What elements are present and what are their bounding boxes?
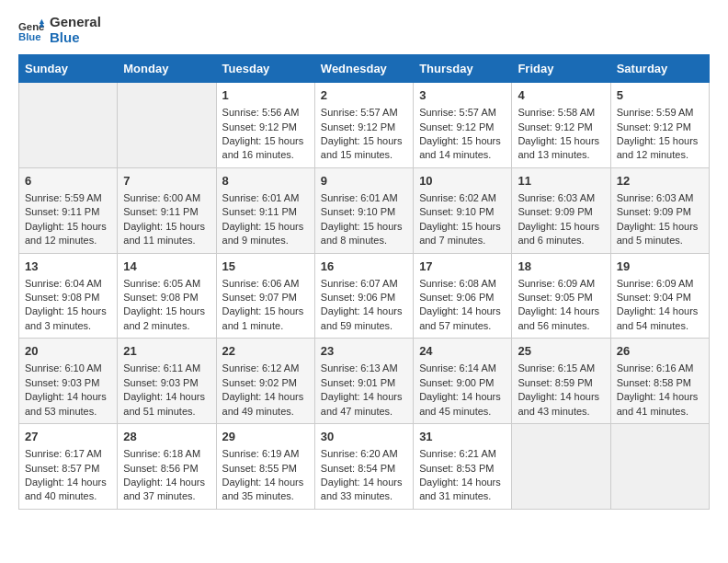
sunset-text: Sunset: 9:08 PM bbox=[25, 291, 111, 304]
sunrise-text: Sunrise: 5:59 AM bbox=[617, 106, 703, 120]
day-number: 30 bbox=[321, 429, 407, 445]
sunrise-text: Sunrise: 6:18 AM bbox=[123, 447, 210, 461]
calendar-cell: 18Sunrise: 6:09 AMSunset: 9:05 PMDayligh… bbox=[512, 253, 610, 339]
sunrise-text: Sunrise: 6:10 AM bbox=[25, 362, 111, 375]
day-number: 20 bbox=[25, 343, 111, 360]
calendar-cell: 1Sunrise: 5:56 AMSunset: 9:12 PMDaylight… bbox=[216, 83, 314, 168]
calendar-cell: 13Sunrise: 6:04 AMSunset: 9:08 PMDayligh… bbox=[19, 253, 118, 339]
day-number: 26 bbox=[617, 343, 703, 360]
day-number: 16 bbox=[321, 259, 407, 275]
sunset-text: Sunset: 9:11 PM bbox=[123, 205, 210, 219]
calendar-cell: 30Sunrise: 6:20 AMSunset: 8:54 PMDayligh… bbox=[314, 424, 413, 510]
sunset-text: Sunset: 9:11 PM bbox=[25, 205, 111, 219]
calendar-cell bbox=[19, 83, 118, 168]
calendar-cell: 24Sunrise: 6:14 AMSunset: 9:00 PMDayligh… bbox=[414, 339, 512, 424]
daylight-text: Daylight: 14 hours and 56 minutes. bbox=[518, 304, 604, 333]
sunset-text: Sunset: 8:58 PM bbox=[617, 376, 703, 390]
header-day-thursday: Thursday bbox=[414, 55, 512, 83]
daylight-text: Daylight: 15 hours and 3 minutes. bbox=[25, 304, 111, 333]
sunset-text: Sunset: 8:57 PM bbox=[25, 462, 111, 476]
week-row-2: 13Sunrise: 6:04 AMSunset: 9:08 PMDayligh… bbox=[19, 253, 710, 339]
calendar-cell: 25Sunrise: 6:15 AMSunset: 8:59 PMDayligh… bbox=[512, 339, 610, 424]
sunset-text: Sunset: 9:01 PM bbox=[321, 376, 407, 390]
header-row: SundayMondayTuesdayWednesdayThursdayFrid… bbox=[19, 55, 710, 83]
calendar-cell: 2Sunrise: 5:57 AMSunset: 9:12 PMDaylight… bbox=[314, 83, 413, 168]
day-number: 28 bbox=[123, 429, 210, 445]
sunset-text: Sunset: 9:04 PM bbox=[617, 291, 703, 304]
daylight-text: Daylight: 15 hours and 14 minutes. bbox=[419, 134, 506, 163]
calendar-cell: 31Sunrise: 6:21 AMSunset: 8:53 PMDayligh… bbox=[414, 424, 512, 510]
daylight-text: Daylight: 15 hours and 7 minutes. bbox=[419, 220, 506, 248]
week-row-1: 6Sunrise: 5:59 AMSunset: 9:11 PMDaylight… bbox=[19, 167, 710, 253]
daylight-text: Daylight: 15 hours and 15 minutes. bbox=[321, 134, 407, 163]
calendar-cell: 16Sunrise: 6:07 AMSunset: 9:06 PMDayligh… bbox=[314, 253, 413, 339]
sunrise-text: Sunrise: 6:05 AM bbox=[123, 277, 210, 291]
daylight-text: Daylight: 14 hours and 43 minutes. bbox=[518, 390, 604, 419]
sunrise-text: Sunrise: 6:13 AM bbox=[321, 362, 407, 375]
calendar-cell: 10Sunrise: 6:02 AMSunset: 9:10 PMDayligh… bbox=[414, 167, 512, 253]
sunset-text: Sunset: 9:03 PM bbox=[123, 376, 210, 390]
sunset-text: Sunset: 9:12 PM bbox=[419, 121, 506, 134]
calendar-cell: 8Sunrise: 6:01 AMSunset: 9:11 PMDaylight… bbox=[216, 167, 314, 253]
day-number: 9 bbox=[321, 173, 407, 190]
sunset-text: Sunset: 8:56 PM bbox=[123, 462, 210, 476]
sunrise-text: Sunrise: 6:17 AM bbox=[25, 447, 111, 461]
calendar-cell: 6Sunrise: 5:59 AMSunset: 9:11 PMDaylight… bbox=[19, 167, 118, 253]
daylight-text: Daylight: 14 hours and 54 minutes. bbox=[617, 304, 703, 333]
sunset-text: Sunset: 9:08 PM bbox=[123, 291, 210, 304]
logo-text-general: General bbox=[50, 15, 101, 30]
day-number: 3 bbox=[419, 87, 506, 104]
calendar-cell: 15Sunrise: 6:06 AMSunset: 9:07 PMDayligh… bbox=[216, 253, 314, 339]
sunset-text: Sunset: 9:12 PM bbox=[617, 121, 703, 134]
sunrise-text: Sunrise: 6:03 AM bbox=[518, 191, 604, 205]
sunset-text: Sunset: 8:53 PM bbox=[419, 462, 506, 476]
header-day-friday: Friday bbox=[512, 55, 610, 83]
sunset-text: Sunset: 9:09 PM bbox=[617, 205, 703, 219]
header-day-wednesday: Wednesday bbox=[314, 55, 413, 83]
sunset-text: Sunset: 9:03 PM bbox=[25, 376, 111, 390]
daylight-text: Daylight: 15 hours and 1 minute. bbox=[222, 304, 309, 333]
daylight-text: Daylight: 14 hours and 33 minutes. bbox=[321, 476, 407, 504]
calendar-cell bbox=[512, 424, 610, 510]
daylight-text: Daylight: 14 hours and 49 minutes. bbox=[222, 390, 309, 419]
day-number: 13 bbox=[25, 259, 111, 275]
day-number: 19 bbox=[617, 259, 703, 275]
sunrise-text: Sunrise: 6:04 AM bbox=[25, 277, 111, 291]
calendar-cell: 5Sunrise: 5:59 AMSunset: 9:12 PMDaylight… bbox=[610, 83, 709, 168]
day-number: 27 bbox=[25, 429, 111, 445]
daylight-text: Daylight: 14 hours and 35 minutes. bbox=[222, 476, 309, 504]
daylight-text: Daylight: 14 hours and 51 minutes. bbox=[123, 390, 210, 419]
calendar-cell: 9Sunrise: 6:01 AMSunset: 9:10 PMDaylight… bbox=[314, 167, 413, 253]
sunset-text: Sunset: 9:07 PM bbox=[222, 291, 309, 304]
calendar-header: SundayMondayTuesdayWednesdayThursdayFrid… bbox=[19, 55, 710, 83]
calendar-cell: 21Sunrise: 6:11 AMSunset: 9:03 PMDayligh… bbox=[118, 339, 216, 424]
calendar-cell: 4Sunrise: 5:58 AMSunset: 9:12 PMDaylight… bbox=[512, 83, 610, 168]
day-number: 12 bbox=[617, 173, 703, 190]
logo-text-blue: Blue bbox=[50, 30, 101, 46]
day-number: 10 bbox=[419, 173, 506, 190]
day-number: 5 bbox=[617, 87, 703, 104]
sunset-text: Sunset: 9:02 PM bbox=[222, 376, 309, 390]
svg-text:Blue: Blue bbox=[18, 31, 41, 42]
calendar-cell: 19Sunrise: 6:09 AMSunset: 9:04 PMDayligh… bbox=[610, 253, 709, 339]
sunrise-text: Sunrise: 6:09 AM bbox=[518, 277, 604, 291]
logo-icon: General Blue bbox=[18, 17, 44, 43]
sunrise-text: Sunrise: 6:12 AM bbox=[222, 362, 309, 375]
logo: General Blue General Blue bbox=[18, 15, 101, 45]
sunset-text: Sunset: 9:10 PM bbox=[321, 205, 407, 219]
day-number: 17 bbox=[419, 259, 506, 275]
daylight-text: Daylight: 14 hours and 41 minutes. bbox=[617, 390, 703, 419]
daylight-text: Daylight: 14 hours and 45 minutes. bbox=[419, 390, 506, 419]
sunrise-text: Sunrise: 6:01 AM bbox=[321, 191, 407, 205]
day-number: 21 bbox=[123, 343, 210, 360]
sunrise-text: Sunrise: 6:11 AM bbox=[123, 362, 210, 375]
calendar-cell: 20Sunrise: 6:10 AMSunset: 9:03 PMDayligh… bbox=[19, 339, 118, 424]
week-row-3: 20Sunrise: 6:10 AMSunset: 9:03 PMDayligh… bbox=[19, 339, 710, 424]
sunrise-text: Sunrise: 5:56 AM bbox=[222, 106, 309, 120]
sunrise-text: Sunrise: 6:08 AM bbox=[419, 277, 506, 291]
calendar-cell: 11Sunrise: 6:03 AMSunset: 9:09 PMDayligh… bbox=[512, 167, 610, 253]
day-number: 23 bbox=[321, 343, 407, 360]
sunrise-text: Sunrise: 6:14 AM bbox=[419, 362, 506, 375]
daylight-text: Daylight: 15 hours and 5 minutes. bbox=[617, 220, 703, 248]
sunset-text: Sunset: 8:59 PM bbox=[518, 376, 604, 390]
